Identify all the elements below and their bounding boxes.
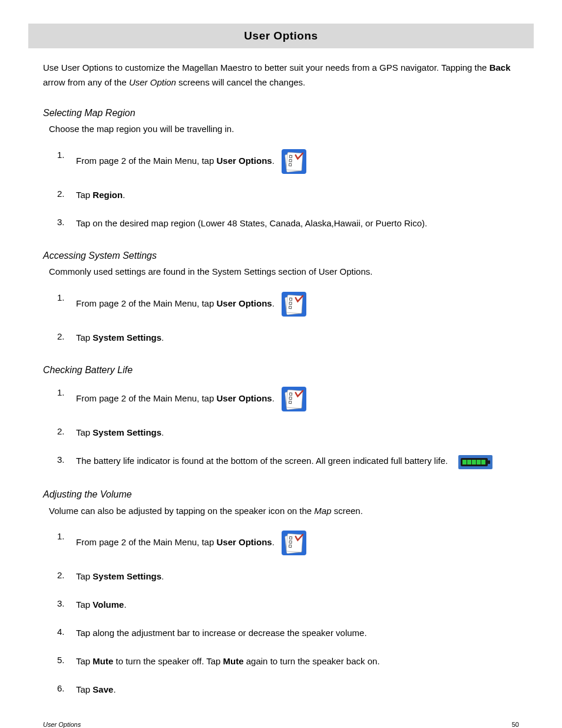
step-bold: Mute [223,656,244,666]
step-text-part: Tap [76,656,92,666]
step-text-part: . [272,393,275,403]
step-text: From page 2 of the Main Menu, tap User O… [76,531,519,555]
step-text-part: From page 2 of the Main Menu, tap [76,393,216,403]
step-text: Tap Mute to turn the speaker off. Tap Mu… [76,654,519,668]
footer-page-number: 50 [512,720,519,728]
intro-text: screens will cancel the changes. [176,77,305,87]
step-bold: User Options [216,298,272,308]
user-options-icon [282,531,306,555]
step-text-part: The battery life indicator is found at t… [76,456,448,466]
step-bold: System Settings [92,571,161,581]
section-heading: Adjusting the Volume [43,488,519,501]
step-bold: User Options [216,537,272,547]
step-item: 3. Tap Volume. [54,598,519,612]
step-text-part: . [123,190,125,200]
user-options-icon [282,387,306,411]
step-text: Tap along the adjustment bar to increase… [76,626,519,640]
step-item: 1. From page 2 of the Main Menu, tap Use… [54,292,519,317]
step-number: 3. [54,454,76,466]
desc-text: screen. [332,506,363,516]
page-title: User Options [28,24,534,48]
step-text: Tap System Settings. [76,569,519,584]
section-heading: Accessing System Settings [43,249,519,262]
section-description: Choose the map region you will be travel… [49,123,519,136]
step-bold: Mute [92,656,113,666]
step-number: 4. [54,626,76,638]
user-options-icon [282,292,306,317]
step-number: 1. [54,531,76,542]
step-number: 1. [54,292,76,304]
step-number: 2. [54,188,76,200]
step-text: Tap System Settings. [76,426,519,440]
step-text: Tap System Settings. [76,331,519,345]
step-text-part: . [124,599,126,610]
step-number: 3. [54,216,76,228]
step-item: 3. Tap on the desired map region (Lower … [54,216,519,230]
section-heading: Selecting Map Region [43,107,519,120]
step-item: 6. Tap Save. [54,683,519,697]
step-bold: System Settings [92,427,161,437]
step-text: Tap Volume. [76,598,519,612]
step-bold: Save [92,684,113,694]
step-text-part: . [272,156,275,166]
step-item: 1. From page 2 of the Main Menu, tap Use… [54,387,519,411]
step-text-part: Tap [76,427,92,437]
step-text-part: . [161,427,164,437]
desc-text: Volume can also be adjusted by tapping o… [49,506,314,516]
intro-italic-useroption: User Option [129,77,176,87]
section-heading: Checking Battery Life [43,364,519,377]
step-text: From page 2 of the Main Menu, tap User O… [76,292,519,317]
section-battery: Checking Battery Life 1. From page 2 of … [43,364,519,469]
step-text: The battery life indicator is found at t… [76,454,519,469]
step-item: 1. From page 2 of the Main Menu, tap Use… [54,149,519,174]
section-map-region: Selecting Map Region Choose the map regi… [43,107,519,230]
step-number: 2. [54,426,76,437]
step-number: 3. [54,598,76,610]
step-item: 2. Tap System Settings. [54,426,519,440]
step-number: 1. [54,149,76,161]
step-text-part: to turn the speaker off. Tap [113,656,223,666]
step-text: Tap Region. [76,188,519,202]
intro-paragraph: Use User Options to customize the Magell… [43,60,519,90]
step-item: 2. Tap System Settings. [54,331,519,345]
section-system-settings: Accessing System Settings Commonly used … [43,249,519,345]
step-text-part: Tap [76,599,92,610]
step-number: 5. [54,654,76,666]
step-text-part: Tap [76,332,92,342]
step-text-part: Tap [76,190,92,200]
user-options-icon [282,149,306,174]
step-text-part: From page 2 of the Main Menu, tap [76,537,216,547]
step-text-part: . [272,537,275,547]
intro-text: Use User Options to customize the Magell… [43,62,490,73]
step-text-part: . [161,571,164,581]
section-description: Commonly used settings are found in the … [49,265,519,279]
step-item: 3. The battery life indicator is found a… [54,454,519,469]
step-number: 1. [54,387,76,398]
step-item: 2. Tap System Settings. [54,569,519,584]
step-bold: User Options [216,393,272,403]
step-text-part: Tap [76,684,92,694]
section-description: Volume can also be adjusted by tapping o… [49,505,519,518]
step-text-part: . [272,298,275,308]
desc-italic: Map [314,506,331,516]
step-item: 4. Tap along the adjustment bar to incre… [54,626,519,640]
step-number: 6. [54,683,76,694]
battery-icon [455,454,492,469]
step-item: 1. From page 2 of the Main Menu, tap Use… [54,531,519,555]
step-text-part: From page 2 of the Main Menu, tap [76,156,216,166]
step-text-part: . [161,332,164,342]
step-text-part: From page 2 of the Main Menu, tap [76,298,216,308]
page-footer: User Options 50 [43,720,519,728]
step-item: 2. Tap Region. [54,188,519,202]
footer-section-name: User Options [43,720,81,728]
section-volume: Adjusting the Volume Volume can also be … [43,488,519,697]
step-bold: User Options [216,156,272,166]
step-text: From page 2 of the Main Menu, tap User O… [76,387,519,411]
step-text-part: Tap [76,571,92,581]
step-number: 2. [54,569,76,581]
step-text: Tap on the desired map region (Lower 48 … [76,216,519,230]
step-text: From page 2 of the Main Menu, tap User O… [76,149,519,174]
step-number: 2. [54,331,76,342]
step-text-part: . [113,684,115,694]
step-bold: System Settings [92,332,161,342]
